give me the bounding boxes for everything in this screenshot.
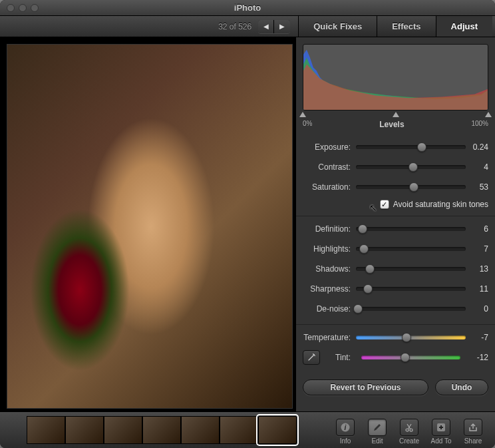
footer-actions: i Info Edit Create Add To Share bbox=[330, 416, 495, 445]
pencil-icon bbox=[372, 422, 383, 433]
levels-min-label: 0% bbox=[303, 120, 312, 129]
minimize-window-button[interactable] bbox=[19, 4, 27, 12]
thumbnail[interactable] bbox=[27, 416, 65, 444]
sharpness-slider[interactable] bbox=[356, 287, 466, 291]
edit-button[interactable]: Edit bbox=[362, 419, 393, 445]
thumbnail[interactable] bbox=[181, 416, 220, 444]
cursor-icon: ↖ bbox=[369, 202, 377, 213]
row-contrast: Contrast: 4 bbox=[303, 157, 488, 177]
temperature-slider[interactable] bbox=[356, 336, 466, 339]
levels-mid-point[interactable] bbox=[393, 112, 399, 117]
info-button[interactable]: i Info bbox=[330, 419, 361, 445]
avoid-skin-tones-label: Avoid saturating skin tones bbox=[393, 200, 488, 209]
photo-counter: 32 of 526 bbox=[218, 22, 251, 31]
close-window-button[interactable] bbox=[7, 4, 15, 12]
eyedropper-button[interactable] bbox=[303, 350, 320, 365]
tint-value: -12 bbox=[466, 353, 488, 362]
definition-label: Definition: bbox=[303, 224, 356, 234]
tab-adjust[interactable]: Adjust bbox=[436, 16, 492, 37]
add-to-button[interactable]: Add To bbox=[426, 419, 456, 445]
window-title: iPhoto bbox=[234, 3, 261, 13]
svg-marker-2 bbox=[303, 64, 488, 110]
denoise-thumb[interactable] bbox=[353, 304, 363, 314]
shadows-value: 13 bbox=[466, 264, 488, 274]
zoom-window-button[interactable] bbox=[31, 4, 39, 12]
group-detail: Definition: 6 Highlights: 7 Shadows: 13 … bbox=[296, 216, 495, 325]
saturation-label: Saturation: bbox=[303, 182, 356, 192]
row-saturation: Saturation: 53 bbox=[303, 177, 488, 197]
sharpness-label: Sharpness: bbox=[303, 284, 356, 294]
prev-photo-button[interactable]: ◀ bbox=[258, 20, 274, 33]
titlebar: iPhoto bbox=[0, 0, 495, 16]
iphoto-window: iPhoto 32 of 526 ◀ ▶ Quick Fixes Effects… bbox=[0, 0, 495, 448]
filmstrip bbox=[0, 412, 330, 448]
thumbnail[interactable] bbox=[65, 416, 104, 444]
edit-tabs: Quick Fixes Effects Adjust bbox=[298, 16, 492, 37]
exposure-slider[interactable] bbox=[356, 145, 466, 149]
highlights-thumb[interactable] bbox=[359, 244, 369, 254]
shadows-slider[interactable] bbox=[356, 267, 466, 271]
tint-thumb[interactable] bbox=[401, 353, 410, 362]
tab-quick-fixes[interactable]: Quick Fixes bbox=[298, 16, 377, 37]
levels-title: Levels bbox=[379, 120, 404, 129]
highlights-value: 7 bbox=[466, 244, 488, 254]
tint-slider[interactable] bbox=[361, 355, 460, 359]
contrast-thumb[interactable] bbox=[409, 162, 418, 172]
share-icon bbox=[468, 422, 478, 433]
row-temperature: Temperature: -7 bbox=[303, 328, 488, 347]
thumbnail[interactable] bbox=[220, 416, 258, 444]
tint-label: Tint: bbox=[325, 353, 356, 362]
undo-button[interactable]: Undo bbox=[435, 379, 488, 395]
thumbnail[interactable] bbox=[142, 416, 181, 444]
highlights-slider[interactable] bbox=[356, 247, 466, 251]
revert-button[interactable]: Revert to Previous bbox=[303, 379, 428, 395]
row-tint: Tint: -12 bbox=[303, 347, 488, 367]
temperature-value: -7 bbox=[466, 333, 488, 342]
photo-viewer bbox=[0, 37, 295, 411]
shadows-label: Shadows: bbox=[303, 264, 356, 274]
window-controls bbox=[0, 4, 39, 12]
photo-canvas[interactable] bbox=[7, 44, 293, 409]
contrast-slider[interactable] bbox=[356, 165, 466, 169]
row-skin-tones: ✓ Avoid saturating skin tones ↖ bbox=[303, 197, 488, 210]
group-color: Temperature: -7 Tint: -12 bbox=[296, 325, 495, 373]
share-button[interactable]: Share bbox=[458, 419, 488, 445]
group-light: Exposure: 0.24 Contrast: 4 Saturation: 5… bbox=[296, 134, 495, 216]
sharpness-thumb[interactable] bbox=[363, 284, 373, 294]
definition-thumb[interactable] bbox=[358, 224, 367, 234]
create-button[interactable]: Create bbox=[394, 419, 424, 445]
row-denoise: De-noise: 0 bbox=[303, 299, 488, 319]
panel-buttons: Revert to Previous Undo bbox=[296, 373, 495, 402]
exposure-thumb[interactable] bbox=[417, 142, 426, 152]
levels-white-point[interactable] bbox=[485, 112, 492, 117]
thumbnail-selected[interactable] bbox=[258, 416, 297, 444]
eyedropper-icon bbox=[307, 353, 316, 362]
exposure-value: 0.24 bbox=[466, 142, 488, 152]
exposure-label: Exposure: bbox=[303, 142, 356, 152]
toolbar: 32 of 526 ◀ ▶ Quick Fixes Effects Adjust bbox=[0, 16, 495, 37]
levels-black-point[interactable] bbox=[299, 112, 306, 117]
saturation-thumb[interactable] bbox=[409, 182, 418, 192]
denoise-slider[interactable] bbox=[356, 307, 466, 311]
info-icon: i bbox=[340, 422, 351, 433]
svg-text:i: i bbox=[345, 424, 347, 431]
saturation-slider[interactable] bbox=[356, 185, 466, 189]
next-photo-button[interactable]: ▶ bbox=[274, 20, 290, 33]
contrast-label: Contrast: bbox=[303, 162, 356, 172]
main-area: 0% Levels 100% Exposure: 0.24 Contrast: … bbox=[0, 37, 495, 411]
contrast-value: 4 bbox=[466, 162, 488, 172]
sharpness-value: 11 bbox=[466, 284, 488, 294]
plus-icon bbox=[436, 422, 446, 433]
temperature-thumb[interactable] bbox=[402, 333, 411, 342]
temperature-label: Temperature: bbox=[303, 333, 356, 342]
definition-slider[interactable] bbox=[356, 227, 466, 231]
nav-arrows: ◀ ▶ bbox=[258, 20, 290, 33]
avoid-skin-tones-checkbox[interactable]: ✓ bbox=[380, 200, 389, 209]
shadows-thumb[interactable] bbox=[365, 264, 375, 274]
row-highlights: Highlights: 7 bbox=[303, 239, 488, 259]
histogram-graph bbox=[303, 45, 488, 110]
denoise-value: 0 bbox=[466, 304, 488, 314]
row-definition: Definition: 6 bbox=[303, 219, 488, 239]
tab-effects[interactable]: Effects bbox=[377, 16, 435, 37]
thumbnail[interactable] bbox=[104, 416, 142, 444]
